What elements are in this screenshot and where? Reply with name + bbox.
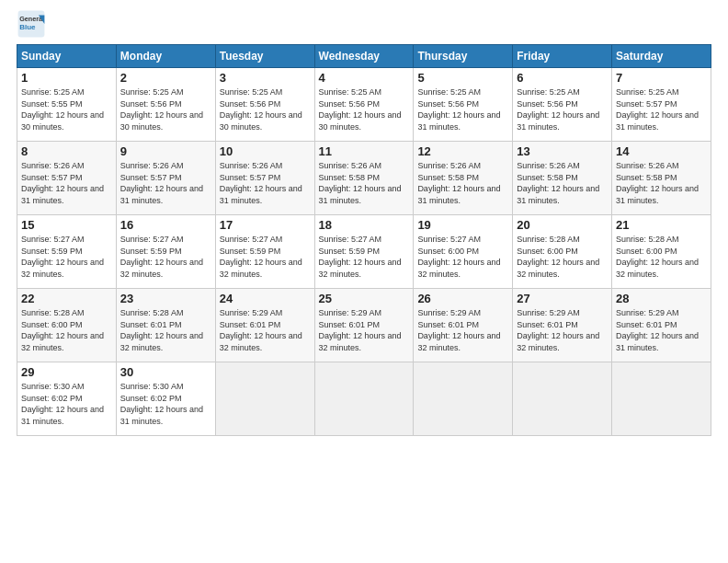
- day-info: Sunrise: 5:25 AMSunset: 5:56 PMDaylight:…: [120, 86, 211, 132]
- calendar-table: SundayMondayTuesdayWednesdayThursdayFrid…: [17, 44, 711, 436]
- day-info: Sunrise: 5:29 AMSunset: 6:01 PMDaylight:…: [319, 307, 410, 353]
- header: General Blue: [17, 9, 711, 39]
- calendar-cell: [414, 362, 513, 436]
- week-row-5: 29Sunrise: 5:30 AMSunset: 6:02 PMDayligh…: [17, 362, 711, 436]
- day-number: 2: [120, 71, 211, 85]
- day-number: 24: [220, 292, 311, 305]
- calendar-cell: 5Sunrise: 5:25 AMSunset: 5:56 PMDaylight…: [414, 68, 513, 142]
- day-info: Sunrise: 5:27 AMSunset: 5:59 PMDaylight:…: [220, 234, 311, 280]
- day-info: Sunrise: 5:26 AMSunset: 5:57 PMDaylight:…: [220, 160, 311, 206]
- day-number: 12: [417, 144, 508, 158]
- day-header-thursday: Thursday: [414, 45, 513, 68]
- day-number: 19: [417, 218, 508, 232]
- day-header-tuesday: Tuesday: [215, 45, 314, 68]
- calendar-cell: 13Sunrise: 5:26 AMSunset: 5:58 PMDayligh…: [513, 142, 612, 215]
- day-number: 27: [517, 292, 608, 305]
- svg-text:Blue: Blue: [19, 23, 36, 31]
- day-info: Sunrise: 5:29 AMSunset: 6:01 PMDaylight:…: [616, 307, 707, 353]
- day-number: 26: [417, 292, 508, 305]
- calendar-cell: 28Sunrise: 5:29 AMSunset: 6:01 PMDayligh…: [612, 289, 711, 362]
- week-row-3: 15Sunrise: 5:27 AMSunset: 5:59 PMDayligh…: [17, 215, 711, 289]
- day-info: Sunrise: 5:25 AMSunset: 5:56 PMDaylight:…: [417, 86, 508, 132]
- day-number: 10: [220, 144, 311, 158]
- day-header-sunday: Sunday: [17, 45, 117, 68]
- calendar-cell: 21Sunrise: 5:28 AMSunset: 6:00 PMDayligh…: [612, 215, 711, 289]
- calendar-page: General Blue SundayMondayTuesdayWednesda…: [0, 0, 728, 563]
- calendar-cell: 15Sunrise: 5:27 AMSunset: 5:59 PMDayligh…: [17, 215, 117, 289]
- day-info: Sunrise: 5:26 AMSunset: 5:58 PMDaylight:…: [319, 160, 410, 206]
- calendar-cell: 6Sunrise: 5:25 AMSunset: 5:56 PMDaylight…: [513, 68, 612, 142]
- calendar-cell: 19Sunrise: 5:27 AMSunset: 6:00 PMDayligh…: [414, 215, 513, 289]
- calendar-cell: 2Sunrise: 5:25 AMSunset: 5:56 PMDaylight…: [116, 68, 215, 142]
- calendar-cell: [215, 362, 314, 436]
- calendar-cell: 16Sunrise: 5:27 AMSunset: 5:59 PMDayligh…: [116, 215, 215, 289]
- week-row-1: 1Sunrise: 5:25 AMSunset: 5:55 PMDaylight…: [17, 68, 711, 142]
- day-number: 1: [21, 71, 112, 85]
- calendar-cell: 7Sunrise: 5:25 AMSunset: 5:57 PMDaylight…: [612, 68, 711, 142]
- day-info: Sunrise: 5:25 AMSunset: 5:56 PMDaylight:…: [517, 86, 608, 132]
- calendar-cell: 27Sunrise: 5:29 AMSunset: 6:01 PMDayligh…: [513, 289, 612, 362]
- day-number: 14: [616, 144, 707, 158]
- day-number: 23: [120, 292, 211, 305]
- day-number: 4: [319, 71, 410, 85]
- day-number: 25: [319, 292, 410, 305]
- day-number: 11: [319, 144, 410, 158]
- day-number: 18: [319, 218, 410, 232]
- calendar-cell: 14Sunrise: 5:26 AMSunset: 5:58 PMDayligh…: [612, 142, 711, 215]
- calendar-cell: 24Sunrise: 5:29 AMSunset: 6:01 PMDayligh…: [215, 289, 314, 362]
- calendar-cell: [314, 362, 414, 436]
- day-number: 21: [616, 218, 707, 232]
- calendar-cell: 18Sunrise: 5:27 AMSunset: 5:59 PMDayligh…: [314, 215, 414, 289]
- day-info: Sunrise: 5:26 AMSunset: 5:58 PMDaylight:…: [517, 160, 608, 206]
- day-number: 22: [21, 292, 112, 305]
- day-number: 3: [220, 71, 311, 85]
- day-info: Sunrise: 5:28 AMSunset: 6:00 PMDaylight:…: [616, 234, 707, 280]
- day-header-friday: Friday: [513, 45, 612, 68]
- day-info: Sunrise: 5:25 AMSunset: 5:56 PMDaylight:…: [319, 86, 410, 132]
- calendar-cell: 4Sunrise: 5:25 AMSunset: 5:56 PMDaylight…: [314, 68, 414, 142]
- days-header-row: SundayMondayTuesdayWednesdayThursdayFrid…: [17, 45, 711, 68]
- calendar-cell: 12Sunrise: 5:26 AMSunset: 5:58 PMDayligh…: [414, 142, 513, 215]
- calendar-cell: 11Sunrise: 5:26 AMSunset: 5:58 PMDayligh…: [314, 142, 414, 215]
- calendar-cell: 23Sunrise: 5:28 AMSunset: 6:01 PMDayligh…: [116, 289, 215, 362]
- day-header-wednesday: Wednesday: [314, 45, 414, 68]
- day-info: Sunrise: 5:30 AMSunset: 6:02 PMDaylight:…: [120, 381, 211, 427]
- day-info: Sunrise: 5:26 AMSunset: 5:58 PMDaylight:…: [417, 160, 508, 206]
- day-info: Sunrise: 5:27 AMSunset: 5:59 PMDaylight:…: [319, 234, 410, 280]
- day-info: Sunrise: 5:29 AMSunset: 6:01 PMDaylight:…: [220, 307, 311, 353]
- day-info: Sunrise: 5:27 AMSunset: 5:59 PMDaylight:…: [21, 234, 112, 280]
- logo: General Blue: [17, 9, 46, 39]
- calendar-cell: 30Sunrise: 5:30 AMSunset: 6:02 PMDayligh…: [116, 362, 215, 436]
- day-number: 5: [417, 71, 508, 85]
- day-number: 28: [616, 292, 707, 305]
- logo-icon: General Blue: [17, 9, 46, 39]
- day-number: 17: [220, 218, 311, 232]
- calendar-cell: 29Sunrise: 5:30 AMSunset: 6:02 PMDayligh…: [17, 362, 117, 436]
- week-row-2: 8Sunrise: 5:26 AMSunset: 5:57 PMDaylight…: [17, 142, 711, 215]
- calendar-cell: 17Sunrise: 5:27 AMSunset: 5:59 PMDayligh…: [215, 215, 314, 289]
- calendar-cell: 20Sunrise: 5:28 AMSunset: 6:00 PMDayligh…: [513, 215, 612, 289]
- calendar-cell: 25Sunrise: 5:29 AMSunset: 6:01 PMDayligh…: [314, 289, 414, 362]
- calendar-cell: 8Sunrise: 5:26 AMSunset: 5:57 PMDaylight…: [17, 142, 117, 215]
- calendar-cell: 22Sunrise: 5:28 AMSunset: 6:00 PMDayligh…: [17, 289, 117, 362]
- day-number: 9: [120, 144, 211, 158]
- day-info: Sunrise: 5:27 AMSunset: 6:00 PMDaylight:…: [417, 234, 508, 280]
- day-info: Sunrise: 5:30 AMSunset: 6:02 PMDaylight:…: [21, 381, 112, 427]
- day-number: 29: [21, 365, 112, 379]
- day-number: 13: [517, 144, 608, 158]
- day-info: Sunrise: 5:26 AMSunset: 5:57 PMDaylight:…: [21, 160, 112, 206]
- day-info: Sunrise: 5:28 AMSunset: 6:00 PMDaylight:…: [517, 234, 608, 280]
- calendar-cell: 3Sunrise: 5:25 AMSunset: 5:56 PMDaylight…: [215, 68, 314, 142]
- calendar-cell: 9Sunrise: 5:26 AMSunset: 5:57 PMDaylight…: [116, 142, 215, 215]
- day-number: 8: [21, 144, 112, 158]
- day-number: 6: [517, 71, 608, 85]
- calendar-cell: 26Sunrise: 5:29 AMSunset: 6:01 PMDayligh…: [414, 289, 513, 362]
- day-info: Sunrise: 5:25 AMSunset: 5:55 PMDaylight:…: [21, 86, 112, 132]
- calendar-cell: [612, 362, 711, 436]
- day-info: Sunrise: 5:25 AMSunset: 5:56 PMDaylight:…: [220, 86, 311, 132]
- day-number: 15: [21, 218, 112, 232]
- day-number: 16: [120, 218, 211, 232]
- day-number: 20: [517, 218, 608, 232]
- day-info: Sunrise: 5:28 AMSunset: 6:01 PMDaylight:…: [120, 307, 211, 353]
- day-header-monday: Monday: [116, 45, 215, 68]
